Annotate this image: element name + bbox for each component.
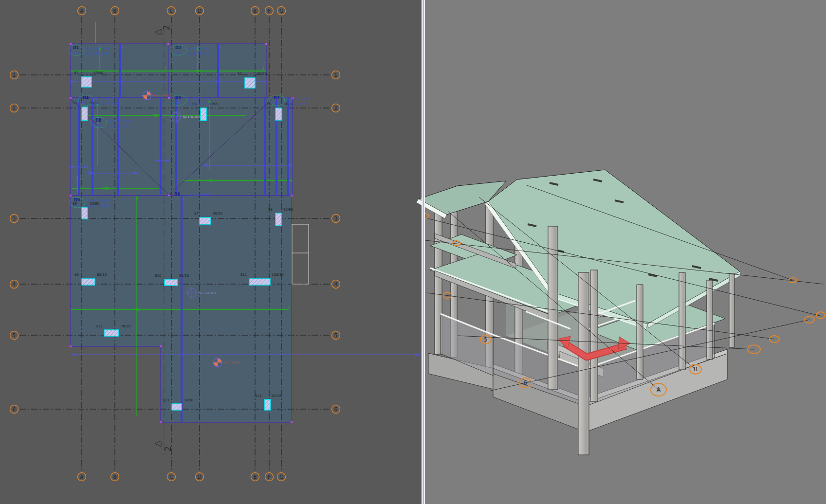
section-label: 2 [163,446,173,451]
column-id-label: S5 [267,102,272,106]
vertex-handle[interactable] [168,97,170,99]
column-S10[interactable] [165,279,178,286]
load-thickness: d=22 [174,102,181,105]
load-g-value: G= 0.72 tf/m² [86,198,111,203]
digit-annotation: 1 [278,175,280,179]
column-S8[interactable] [275,213,281,226]
grid-bubble-label: 6 [334,407,337,412]
vertex-handle[interactable] [70,97,72,99]
grid-bubble-label: 5 [334,333,337,338]
grid-bubble-label: A [80,474,84,480]
load-thickness: d=22 [73,204,80,207]
vertex-handle[interactable] [265,43,267,45]
grid-bubble-label: 1 [13,72,16,78]
column-S12[interactable] [104,330,119,336]
grid-bubble-label: E [254,8,257,14]
load-id: D8 [95,118,102,123]
section-label: 2 [162,25,171,30]
column-id-label: S1 [74,71,78,75]
digit-annotation: 2 [219,45,221,49]
column-id-label: S9 [74,273,79,277]
grid-bubble-label: 1 [334,72,337,78]
column-id-label: S3 [73,101,77,105]
grid-bubble-label: B [113,8,117,14]
vertex-handle[interactable] [167,43,169,45]
column-size-label: 100/30 [272,273,284,277]
vertex-handle[interactable] [160,345,162,347]
vertex-handle[interactable] [70,345,72,347]
column-S5[interactable] [275,108,282,120]
cad-canvas[interactable]: 22S150/50S250/50S330/55S430/55S530/55S63… [0,0,826,504]
grid-bubble-label: D [198,8,202,14]
grid-bubble-label: B [113,474,117,480]
column-size-label: 50/30 [213,212,222,216]
marker-label: KAT 1: KAT KO 3 [154,94,171,97]
vertex-handle[interactable] [160,421,162,423]
column-size-label: 65/30 [97,273,107,277]
column-size-label: 50/50 [257,72,267,76]
vertex-handle[interactable] [70,43,72,45]
grid-bubble-label: 6 [13,407,16,412]
column-size-label: 70/30 [121,324,130,328]
load-thickness: d=22 [94,124,101,127]
load-g-value: G= 0.72 tf/m² [186,193,211,197]
digit-annotation: 2 [275,98,276,102]
column-S6[interactable] [82,207,88,219]
grid-bubble-3d-label: B [694,366,698,373]
column-S11[interactable] [249,279,270,285]
column-S13[interactable] [172,404,182,410]
vertex-handle[interactable] [70,195,72,197]
column-3d[interactable] [707,280,713,360]
panel-divider[interactable] [422,0,425,504]
load-g-value: G= 0.72 tf/m² [187,96,212,101]
grid-bubble-label: F [268,8,271,14]
digit-annotation: 2 [81,101,83,105]
grid-bubble-label: 4 [13,282,16,287]
column-size-label: 30/50 [271,394,281,398]
column-S14[interactable] [264,399,271,410]
grid-bubble-label: G [279,8,283,14]
digit-annotation: 1 [244,109,246,113]
column-3d[interactable] [548,226,558,390]
grid-bubble-label: F [268,474,271,480]
grid-bubble-3d-label: 6 [523,379,527,386]
vertex-handle[interactable] [291,195,293,197]
grid-bubble-label: 3 [334,216,337,221]
column-S1[interactable] [81,77,92,87]
column-size-label: 30/60 [283,208,293,212]
load-thickness: d=22 [174,52,181,54]
column-id-label: S2 [238,72,242,76]
grid-bubble-label: 4 [334,282,337,287]
column-id-label: S8 [268,208,273,212]
column-3d[interactable] [578,272,589,455]
load-q-value: Q= 0.35 tf/m² [86,204,111,208]
column-3d[interactable] [637,285,643,379]
digit-annotation: 1 [288,305,290,309]
marker-label: KAT 1: KAT KO 3 [183,116,201,118]
load-g-value: G= 0.72 tf/m² [107,119,132,123]
vertex-handle[interactable] [291,421,293,423]
load-id: D1 [73,46,79,50]
load-q-value: Q= 0.2 tf/m² [285,102,308,106]
column-3d[interactable] [679,272,685,370]
column-S2[interactable] [245,78,255,88]
column-id-label: S10 [155,274,161,278]
load-id: D5 [175,96,182,100]
column-S7[interactable] [200,217,211,224]
column-S3[interactable] [82,107,88,121]
grid-bubble-label: D [198,474,202,480]
column-S9[interactable] [82,279,95,285]
grid-bubble-label: 3 [13,216,16,221]
column-id-label: S7 [194,212,199,216]
grid-bubble-label: G [279,474,283,480]
column-3d[interactable] [590,270,598,401]
digit-annotation: 2 [121,45,123,49]
load-g-value: G= 0.72 tf/m² [85,46,110,51]
grid-bubble-3d-label: 5 [484,336,488,343]
load-g-value: G= 0.72 tf/m² [187,46,212,51]
column-id-label: S12 [96,324,102,328]
load-id: D9 [74,198,80,202]
load-id: D2 [175,46,181,50]
column-S4[interactable] [201,108,206,121]
grid-bubble-label: 2 [334,106,337,111]
